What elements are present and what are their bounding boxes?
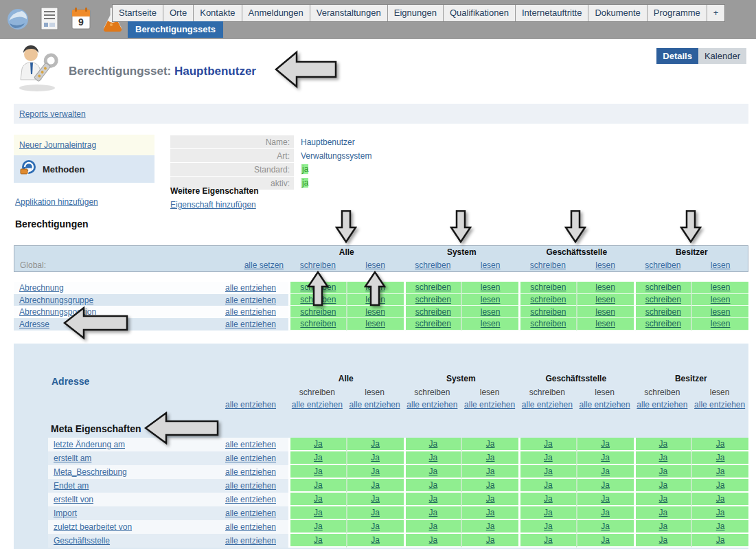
ja-link[interactable]: Ja <box>486 453 495 462</box>
ja-link[interactable]: Ja <box>659 467 668 476</box>
perm-write-link[interactable]: schreiben <box>645 282 681 292</box>
perm-read-link[interactable]: lesen <box>711 295 731 304</box>
perm-read-link[interactable]: lesen <box>481 319 501 328</box>
ja-link[interactable]: Ja <box>544 467 553 476</box>
revoke-all-link[interactable]: alle entziehen <box>225 481 276 491</box>
perm-write-link[interactable]: schreiben <box>530 295 566 304</box>
revoke-all-link[interactable]: alle entziehen <box>225 283 276 293</box>
ja-link[interactable]: Ja <box>716 494 725 504</box>
ja-link[interactable]: Ja <box>544 453 553 462</box>
perm-read-link[interactable]: lesen <box>711 307 731 317</box>
tab-details[interactable]: Details <box>656 48 698 64</box>
perm-read-link[interactable]: lesen <box>711 282 731 292</box>
perm-write-link[interactable]: schreiben <box>415 319 451 328</box>
ja-link[interactable]: Ja <box>601 467 610 476</box>
revoke-all-link[interactable]: alle entziehen <box>225 440 276 449</box>
global-write-link[interactable]: schreiben <box>300 260 336 270</box>
tab-anmeldungen[interactable]: Anmeldungen <box>242 5 310 21</box>
revoke-all-link[interactable]: alle entziehen <box>225 508 276 518</box>
revoke-all-link[interactable]: alle entziehen <box>225 536 276 546</box>
ja-link[interactable]: Ja <box>429 535 438 545</box>
global-read-link[interactable]: lesen <box>481 260 501 270</box>
tab-qualifikationen[interactable]: Qualifikationen <box>444 5 516 21</box>
new-journal-link[interactable]: Neuer Journaleintrag <box>19 140 96 150</box>
ja-link[interactable]: Ja <box>486 480 495 490</box>
ja-link[interactable]: Ja <box>716 508 725 517</box>
revoke-all-link[interactable]: alle entziehen <box>225 522 276 532</box>
tab-dokumente[interactable]: Dokumente <box>588 5 647 21</box>
ja-link[interactable]: Ja <box>659 480 668 490</box>
meta-row-link-geschaeftsstelle[interactable]: Geschäftsstelle <box>54 536 110 546</box>
ja-link[interactable]: Ja <box>371 508 380 517</box>
detail-revoke-all-link[interactable]: alle entziehen <box>694 400 745 410</box>
ja-link[interactable]: Ja <box>659 522 668 531</box>
ja-link[interactable]: Ja <box>314 494 323 504</box>
ja-link[interactable]: Ja <box>429 453 438 462</box>
meta-row-link-letzte-aenderung-am[interactable]: letzte Änderung am <box>54 440 125 449</box>
ja-link[interactable]: Ja <box>371 494 380 504</box>
perm-write-link[interactable]: schreiben <box>300 319 336 328</box>
perm-read-link[interactable]: lesen <box>711 319 731 328</box>
ja-link[interactable]: Ja <box>429 508 438 517</box>
perm-write-link[interactable]: schreiben <box>415 282 451 292</box>
perm-read-link[interactable]: lesen <box>481 295 501 304</box>
ja-link[interactable]: Ja <box>601 508 610 517</box>
ja-link[interactable]: Ja <box>314 453 323 462</box>
perm-row-link-abrechnung[interactable]: Abrechnung <box>19 283 64 293</box>
tab-programme[interactable]: Programme <box>648 5 707 21</box>
perm-read-link[interactable]: lesen <box>595 319 615 328</box>
perm-write-link[interactable]: schreiben <box>530 319 566 328</box>
ja-link[interactable]: Ja <box>601 480 610 490</box>
ja-link[interactable]: Ja <box>486 508 495 517</box>
ja-link[interactable]: Ja <box>601 439 610 449</box>
revoke-all-link[interactable]: alle entziehen <box>225 453 276 463</box>
ja-link[interactable]: Ja <box>601 522 610 531</box>
ja-link[interactable]: Ja <box>314 508 323 517</box>
perm-row-link-adresse[interactable]: Adresse <box>19 320 49 329</box>
ja-link[interactable]: Ja <box>544 535 553 545</box>
perm-row-link-abrechnungsgruppe[interactable]: Abrechnungsgruppe <box>19 295 93 305</box>
ja-link[interactable]: Ja <box>314 439 323 449</box>
chat-globe-icon[interactable] <box>5 5 30 34</box>
detail-revoke-all-link[interactable]: alle entziehen <box>406 400 457 410</box>
ja-link[interactable]: Ja <box>371 480 380 490</box>
ja-link[interactable]: Ja <box>429 522 438 531</box>
perm-write-link[interactable]: schreiben <box>300 307 336 317</box>
ja-link[interactable]: Ja <box>371 439 380 449</box>
meta-row-link-zuletzt-bearbeitet-von[interactable]: zuletzt bearbeitet von <box>54 522 132 532</box>
revoke-all-link[interactable]: alle entziehen <box>225 295 276 305</box>
add-application-link[interactable]: Applikation hinzufügen <box>15 197 98 207</box>
ja-link[interactable]: Ja <box>371 522 380 531</box>
perm-read-link[interactable]: lesen <box>481 282 501 292</box>
global-read-link[interactable]: lesen <box>711 260 731 270</box>
tab-startseite[interactable]: Startseite <box>113 5 163 21</box>
ja-link[interactable]: Ja <box>429 439 438 449</box>
ja-link[interactable]: Ja <box>314 467 323 476</box>
global-write-link[interactable]: schreiben <box>530 260 566 270</box>
ja-link[interactable]: Ja <box>716 535 725 545</box>
ja-link[interactable]: Ja <box>544 480 553 490</box>
ja-link[interactable]: Ja <box>314 522 323 531</box>
add-property-link[interactable]: Eigenschaft hinzufügen <box>170 200 256 210</box>
tab-orte[interactable]: Orte <box>163 5 194 21</box>
revoke-all-link[interactable]: alle entziehen <box>225 307 276 317</box>
global-write-link[interactable]: schreiben <box>415 260 450 270</box>
ja-link[interactable]: Ja <box>371 453 380 462</box>
global-read-link[interactable]: lesen <box>595 260 615 270</box>
perm-write-link[interactable]: schreiben <box>645 307 681 317</box>
ja-link[interactable]: Ja <box>429 494 438 504</box>
ja-link[interactable]: Ja <box>544 494 553 504</box>
perm-write-link[interactable]: schreiben <box>530 282 566 292</box>
ja-link[interactable]: Ja <box>314 480 323 490</box>
meta-row-link-import[interactable]: Import <box>54 508 77 518</box>
detail-revoke-all-link[interactable]: alle entziehen <box>464 400 515 410</box>
tab-kontakte[interactable]: Kontakte <box>194 5 242 21</box>
ja-link[interactable]: Ja <box>601 453 610 462</box>
perm-read-link[interactable]: lesen <box>365 319 385 328</box>
perm-write-link[interactable]: schreiben <box>645 295 681 304</box>
ja-link[interactable]: Ja <box>371 535 380 545</box>
tab-veranstaltungen[interactable]: Veranstaltungen <box>310 5 388 21</box>
ja-link[interactable]: Ja <box>659 494 668 504</box>
ja-link[interactable]: Ja <box>544 439 553 449</box>
ja-link[interactable]: Ja <box>716 522 725 531</box>
